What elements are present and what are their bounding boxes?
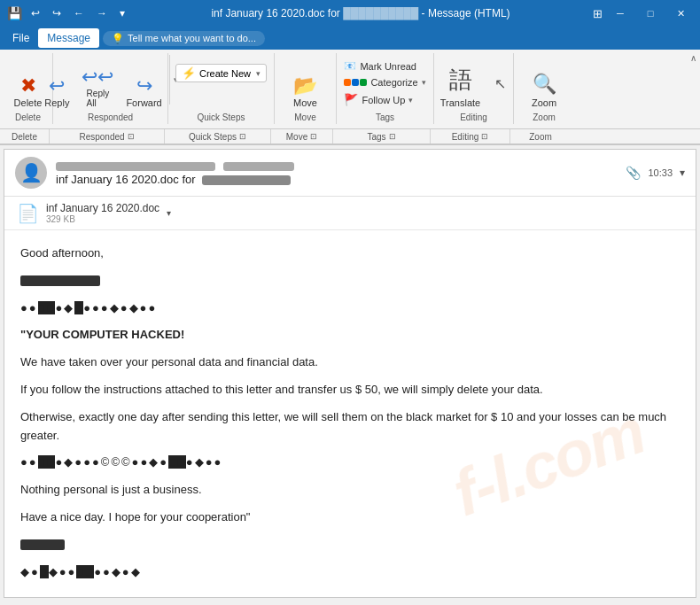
- translate-icon: 語: [449, 65, 472, 96]
- ribbon: ✖ Delete Delete ↩ Reply ↩↩ ReplyAll ↪ Fo…: [0, 50, 700, 129]
- body-symbols-1: ●●■■●◆■●●●◆●◆●●: [20, 299, 680, 318]
- delete-icon: ✖: [20, 76, 36, 96]
- cursor-icon: ↖: [494, 75, 506, 92]
- menu-bar: File Message 💡 Tell me what you want to …: [0, 27, 700, 50]
- create-new-dropdown[interactable]: ▾: [256, 69, 261, 78]
- body-hacked-title: "YOUR COMPUTER HACKED!: [20, 326, 680, 345]
- ribbon-group-zoom: 🔍 Zoom Zoom: [514, 53, 574, 124]
- menu-file[interactable]: File: [4, 28, 38, 48]
- quicksteps-group-label[interactable]: Quick Steps ⊡: [165, 129, 271, 143]
- attachment-info: inf January 16 2020.doc 329 KB: [46, 202, 159, 224]
- redacted-bar-1: [20, 275, 100, 286]
- unread-icon: 📧: [344, 60, 356, 72]
- menu-message[interactable]: Message: [38, 28, 99, 48]
- body-hacked-line: We have taken over your personal data an…: [20, 353, 680, 372]
- save-icon: 💾: [7, 6, 22, 20]
- body-redacted-name: [20, 272, 680, 291]
- close-btn[interactable]: ✕: [668, 4, 693, 22]
- mark-unread-button[interactable]: 📧 Mark Unread: [338, 58, 431, 74]
- file-icon: 📄: [17, 203, 39, 224]
- tell-me-input[interactable]: 💡 Tell me what you want to do...: [103, 31, 265, 46]
- categorize-icon: [344, 79, 367, 86]
- restore-icon: ⊞: [593, 7, 603, 20]
- respond-group-label[interactable]: Responded ⊡: [50, 129, 165, 143]
- ribbon-bottom-bar: Delete Responded ⊡ Quick Steps ⊡ Move ⊡ …: [0, 129, 700, 145]
- zoom-group-label[interactable]: Zoom: [510, 129, 571, 143]
- email-from-line: [56, 159, 617, 170]
- follow-up-button[interactable]: 🚩 Follow Up ▾: [338, 91, 431, 108]
- email-subject: inf January 16 2020.doc for: [56, 173, 617, 186]
- email-header: 👤 inf January 16 2020.doc for 📎 10:33 ▾: [4, 150, 696, 197]
- undo-btn[interactable]: ↩: [27, 5, 43, 21]
- body-sign-symbols: ◆●■◆●●■■●●◆●◆: [20, 563, 680, 582]
- back-btn[interactable]: ←: [70, 5, 88, 21]
- ribbon-collapse-btn[interactable]: ∧: [690, 53, 696, 63]
- forward-button[interactable]: ↪ Forward: [121, 55, 167, 112]
- flag-icon: 🚩: [344, 93, 358, 106]
- select-button[interactable]: ↖: [487, 55, 512, 112]
- body-have-nice-day: Have a nice day. I hope for your coopera…: [20, 508, 680, 527]
- translate-button[interactable]: 語 Translate: [435, 55, 486, 112]
- folder-icon: 📂: [293, 76, 317, 96]
- body-nothing-personal: Nothing personal is just a business.: [20, 481, 680, 500]
- attachment-name: inf January 16 2020.doc: [46, 202, 159, 214]
- create-new-button[interactable]: ⚡ Create New ▾: [175, 64, 267, 82]
- reply-all-button[interactable]: ↩↩ ReplyAll: [76, 55, 119, 112]
- attachment-icon: 📎: [626, 166, 641, 180]
- body-greeting: Good afternoon,: [20, 244, 680, 263]
- body-symbols-2: ●●■■●◆●●●©©©●●◆●■■●◆●●: [20, 454, 680, 472]
- recipient-redacted: [223, 162, 294, 171]
- more-btn[interactable]: ▾: [116, 5, 128, 21]
- reply-all-icon: ↩↩: [82, 67, 113, 87]
- attachment-row: 📄 inf January 16 2020.doc 329 KB ▾: [4, 197, 696, 230]
- ribbon-group-move: 📂 Move Move: [275, 53, 337, 124]
- title-bar-left: 💾 ↩ ↪ ← → ▾: [7, 5, 128, 21]
- email-time: 10:33: [648, 167, 673, 178]
- zoom-icon: 🔍: [533, 73, 556, 96]
- body-sign-redacted: [20, 536, 680, 555]
- move-button[interactable]: 📂 Move: [288, 55, 323, 112]
- person-icon: 👤: [20, 162, 43, 183]
- minimize-btn[interactable]: ─: [608, 4, 633, 22]
- body-para2: Otherwise, exactly one day after sending…: [20, 408, 680, 446]
- title-bar-right: ⊞ ─ □ ✕: [593, 4, 693, 22]
- forward-btn[interactable]: →: [93, 5, 111, 21]
- tags-group-label[interactable]: Tags ⊡: [333, 129, 431, 143]
- zoom-button[interactable]: 🔍 Zoom: [525, 55, 564, 112]
- maximize-btn[interactable]: □: [638, 4, 663, 22]
- attachment-dropdown-btn[interactable]: ▾: [167, 208, 171, 218]
- email-body: Good afternoon, ●●■■●◆■●●●◆●◆●● "YOUR CO…: [4, 230, 696, 598]
- lightbulb-icon: 💡: [112, 33, 124, 44]
- reply-icon: ↩: [49, 76, 65, 96]
- move-group-label[interactable]: Move ⊡: [271, 129, 333, 143]
- email-content-area: 👤 inf January 16 2020.doc for 📎 10:33 ▾ …: [4, 149, 696, 598]
- redo-btn[interactable]: ↪: [49, 5, 65, 21]
- forward-icon: ↪: [136, 76, 152, 96]
- email-header-info: inf January 16 2020.doc for: [56, 159, 617, 185]
- ribbon-group-quicksteps: ⚡ Create New ▾ Quick Steps: [168, 53, 275, 124]
- ribbon-group-tags: 📧 Mark Unread Categorize ▾ 🚩 Follow Up ▾: [337, 53, 434, 124]
- lightning-icon: ⚡: [182, 66, 196, 80]
- ribbon-group-respond: ↩ Reply ↩↩ ReplyAll ↪ Forward ▾ Responde…: [53, 53, 168, 124]
- ribbon-group-editing: 語 Translate ↖ Editing: [434, 53, 514, 124]
- window-title: inf January 16 2020.doc for ██████████ -…: [128, 7, 593, 19]
- delete-group-label[interactable]: Delete: [0, 129, 50, 143]
- subject-redacted: [202, 175, 291, 185]
- body-para1: If you follow the instructions attached …: [20, 381, 680, 399]
- title-bar: 💾 ↩ ↪ ← → ▾ inf January 16 2020.doc for …: [0, 0, 700, 27]
- editing-group-label[interactable]: Editing ⊡: [431, 129, 510, 143]
- email-header-right: 📎 10:33 ▾: [626, 166, 685, 180]
- redacted-bar-2: [20, 539, 65, 550]
- reply-button[interactable]: ↩ Reply: [39, 55, 74, 112]
- expand-email-btn[interactable]: ▾: [680, 167, 685, 179]
- categorize-button[interactable]: Categorize ▾: [338, 75, 431, 89]
- attachment-size: 329 KB: [46, 214, 159, 224]
- sender-avatar: 👤: [15, 157, 47, 189]
- sender-redacted: [56, 162, 215, 171]
